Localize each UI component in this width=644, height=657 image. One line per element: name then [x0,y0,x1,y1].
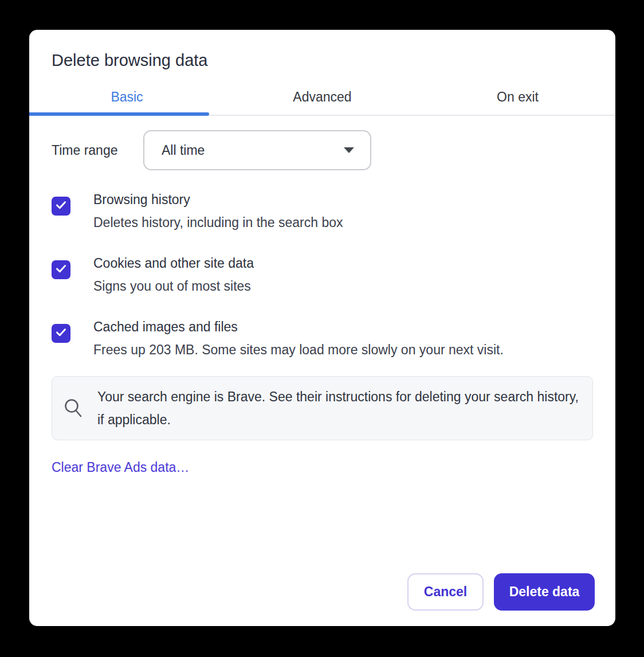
checkmark-icon [55,326,67,341]
page-title: Delete browsing data [29,30,615,70]
cached-images-checkbox[interactable] [52,324,70,343]
cookies-checkbox[interactable] [52,260,70,279]
tab-advanced[interactable]: Advanced [225,79,420,115]
search-engine-note-text: Your search engine is Brave. See their i… [97,385,579,431]
tab-bar: Basic Advanced On exit [29,79,615,116]
time-range-row: Time range All time [52,130,593,170]
tab-on-exit-label: On exit [497,89,539,105]
active-tab-indicator [29,112,209,116]
delete-browsing-data-dialog: Delete browsing data Basic Advanced On e… [29,30,615,626]
tab-advanced-label: Advanced [293,89,351,105]
cached-images-label: Cached images and files [93,315,504,338]
time-range-select[interactable]: All time [143,130,371,170]
tab-basic-label: Basic [111,89,143,105]
tab-basic[interactable]: Basic [29,79,225,115]
browsing-history-text: Browsing history Deletes history, includ… [93,188,343,234]
time-range-selected-value: All time [162,143,205,158]
clear-brave-ads-data-link[interactable]: Clear Brave Ads data… [52,460,189,475]
tab-on-exit[interactable]: On exit [420,79,615,115]
checkmark-icon [55,199,67,213]
cached-images-description: Frees up 203 MB. Some sites may load mor… [93,338,504,361]
cached-images-text: Cached images and files Frees up 203 MB.… [93,315,504,361]
cached-images-row: Cached images and files Frees up 203 MB.… [52,315,593,361]
time-range-label: Time range [52,143,129,158]
cancel-button[interactable]: Cancel [407,573,484,611]
checkmark-icon [55,263,67,277]
cookies-label: Cookies and other site data [93,252,254,275]
delete-data-button[interactable]: Delete data [494,573,595,611]
browsing-history-row: Browsing history Deletes history, includ… [52,188,593,234]
browsing-history-description: Deletes history, including in the search… [93,211,343,234]
cookies-row: Cookies and other site data Signs you ou… [52,252,593,298]
browsing-history-label: Browsing history [93,188,343,211]
dialog-content: Time range All time Browsing history Del… [29,130,615,475]
search-engine-note: Your search engine is Brave. See their i… [52,376,593,440]
search-icon [64,398,82,418]
dialog-buttons: Cancel Delete data [407,573,595,611]
cookies-text: Cookies and other site data Signs you ou… [93,252,254,298]
browsing-history-checkbox[interactable] [52,197,70,216]
cookies-description: Signs you out of most sites [93,275,254,298]
chevron-down-icon [344,147,354,153]
